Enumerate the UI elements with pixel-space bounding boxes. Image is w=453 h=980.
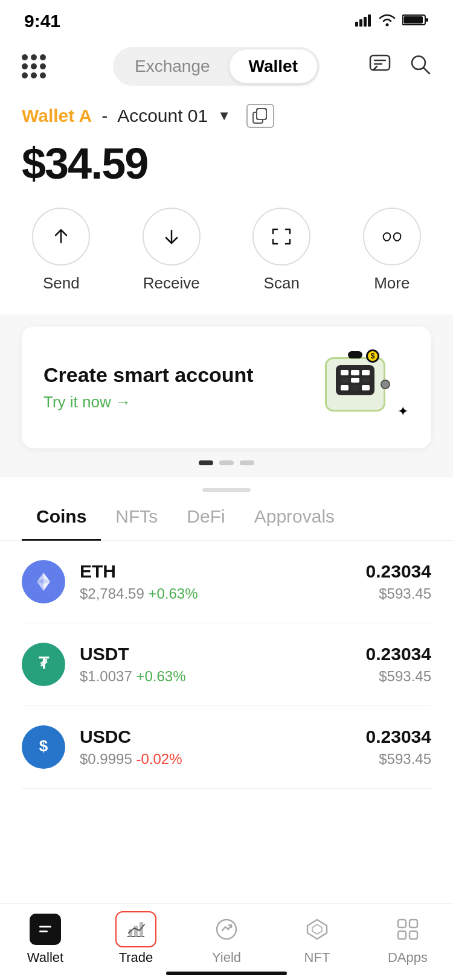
header: Exchange Wallet: [0, 37, 453, 98]
exchange-tab[interactable]: Exchange: [115, 49, 230, 83]
more-circle: [363, 208, 421, 266]
nav-yield[interactable]: Yield: [196, 914, 257, 966]
usdt-icon: ₮: [22, 643, 65, 686]
scan-circle: [252, 208, 310, 266]
svg-text:₮: ₮: [39, 654, 50, 672]
svg-marker-35: [312, 924, 322, 934]
nft-nav-label: NFT: [304, 950, 330, 966]
receive-button[interactable]: Receive: [143, 208, 201, 293]
trade-nav-label: Trade: [119, 950, 153, 966]
svg-rect-7: [426, 18, 428, 22]
svg-rect-37: [410, 920, 417, 928]
tab-nfts[interactable]: NFTs: [101, 497, 172, 541]
tab-approvals[interactable]: Approvals: [240, 497, 349, 541]
signal-icon: [355, 11, 372, 31]
eth-info: ETH $2,784.59 +0.63%: [80, 561, 366, 602]
coin-item-eth[interactable]: ETH $2,784.59 +0.63% 0.23034 $593.45: [22, 541, 431, 623]
wallet-nav-icon: [30, 914, 61, 945]
coin-item-usdc[interactable]: $ USDC $0.9995 -0.02% 0.23034 $593.45: [22, 706, 431, 789]
action-buttons: Send Receive Scan: [0, 208, 453, 314]
drag-handle[interactable]: [0, 477, 453, 497]
page-dot-2: [219, 460, 234, 465]
wallet-account-row: Wallet A - Account 01 ▼: [22, 104, 431, 128]
svg-rect-0: [355, 22, 358, 27]
svg-rect-36: [398, 920, 406, 928]
promo-title: Create smart account: [43, 363, 254, 387]
balance-amount: $34.59: [22, 139, 431, 188]
wifi-icon: [378, 11, 396, 31]
nft-nav-icon: [301, 914, 333, 945]
message-icon[interactable]: [368, 52, 391, 81]
svg-rect-28: [39, 931, 48, 932]
svg-rect-14: [257, 109, 266, 119]
send-button[interactable]: Send: [32, 208, 90, 293]
battery-icon: [402, 11, 429, 31]
status-icons: [355, 11, 429, 31]
svg-rect-27: [39, 926, 51, 928]
usdt-balance: 0.23034 $593.45: [366, 644, 431, 685]
bottom-nav: Wallet Trade Yield: [0, 903, 453, 980]
account-name: Account 01: [117, 106, 208, 126]
coin-list: ETH $2,784.59 +0.63% 0.23034 $593.45 ₮ U…: [0, 541, 453, 789]
svg-point-4: [386, 24, 389, 27]
eth-amount: 0.23034: [366, 561, 431, 582]
promo-section: Create smart account Try it now →: [0, 314, 453, 477]
usdc-price: $0.9995 -0.02%: [80, 751, 366, 768]
drag-bar: [202, 488, 251, 492]
wallet-tab[interactable]: Wallet: [230, 49, 317, 83]
receive-circle: [143, 208, 201, 266]
usdt-name: USDT: [80, 644, 366, 664]
svg-rect-2: [364, 17, 367, 27]
svg-line-12: [423, 68, 429, 74]
usdt-usd: $593.45: [366, 668, 431, 685]
svg-rect-6: [403, 16, 423, 24]
dots-grid-icon[interactable]: [22, 54, 46, 78]
dapps-nav-label: DApps: [388, 950, 428, 966]
nav-nft[interactable]: NFT: [287, 914, 347, 966]
status-bar: 9:41: [0, 0, 453, 37]
eth-name: ETH: [80, 561, 366, 582]
svg-rect-8: [370, 56, 390, 70]
nav-dapps[interactable]: DApps: [378, 914, 438, 966]
receive-label: Receive: [143, 274, 200, 293]
page-dot-1: [199, 460, 213, 465]
content-tabs: Coins NFTs DeFi Approvals: [0, 497, 453, 541]
svg-rect-39: [410, 931, 417, 939]
copy-address-icon[interactable]: [246, 104, 274, 128]
promo-card[interactable]: Create smart account Try it now →: [22, 326, 431, 448]
nav-wallet[interactable]: Wallet: [15, 914, 76, 966]
yield-nav-label: Yield: [212, 950, 241, 966]
svg-text:$: $: [39, 737, 48, 755]
svg-marker-34: [307, 920, 327, 939]
promo-pagination: [22, 460, 431, 465]
promo-text: Create smart account Try it now →: [43, 363, 254, 412]
usdc-usd: $593.45: [366, 751, 431, 768]
more-label: More: [374, 274, 410, 293]
send-circle: [32, 208, 90, 266]
svg-rect-3: [368, 14, 371, 27]
yield-nav-icon: [211, 914, 242, 945]
account-dropdown-arrow[interactable]: ▼: [217, 108, 231, 124]
wallet-name: Wallet A: [22, 106, 92, 126]
usdc-info: USDC $0.9995 -0.02%: [80, 727, 366, 768]
scan-label: Scan: [264, 274, 300, 293]
tab-defi[interactable]: DeFi: [172, 497, 239, 541]
nav-trade[interactable]: Trade: [106, 914, 166, 966]
home-indicator: [166, 972, 287, 975]
svg-rect-26: [34, 920, 56, 939]
wallet-info: Wallet A - Account 01 ▼ $34.59: [0, 98, 453, 188]
header-right: [368, 52, 431, 81]
promo-link[interactable]: Try it now →: [43, 393, 254, 412]
search-icon[interactable]: [408, 52, 431, 81]
tab-coins[interactable]: Coins: [22, 497, 101, 541]
eth-balance: 0.23034 $593.45: [366, 561, 431, 602]
eth-price: $2,784.59 +0.63%: [80, 585, 366, 602]
svg-rect-31: [134, 926, 138, 937]
scan-button[interactable]: Scan: [252, 208, 310, 293]
send-label: Send: [43, 274, 80, 293]
eth-icon: [22, 560, 65, 603]
usdt-price: $1.0037 +0.63%: [80, 668, 366, 685]
coin-item-usdt[interactable]: ₮ USDT $1.0037 +0.63% 0.23034 $593.45: [22, 623, 431, 706]
more-button[interactable]: More: [363, 208, 421, 293]
header-left: [22, 54, 46, 78]
